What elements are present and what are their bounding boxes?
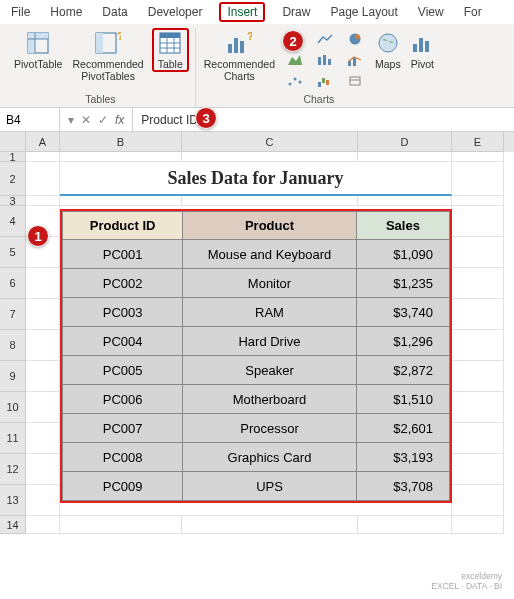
cell[interactable] bbox=[452, 330, 504, 361]
cell[interactable] bbox=[26, 454, 60, 485]
table-cell[interactable]: $1,235 bbox=[356, 269, 449, 298]
menu-file[interactable]: File bbox=[8, 3, 33, 21]
table-cell[interactable]: PC002 bbox=[63, 269, 183, 298]
cell[interactable] bbox=[452, 361, 504, 392]
table-cell[interactable]: RAM bbox=[183, 298, 357, 327]
fx-icon[interactable]: fx bbox=[115, 113, 124, 127]
recommended-charts-button[interactable]: ? Recommended Charts bbox=[202, 28, 277, 82]
funnel-chart-button[interactable] bbox=[343, 72, 367, 90]
table-cell[interactable]: Speaker bbox=[183, 356, 357, 385]
cell[interactable] bbox=[452, 196, 504, 206]
table-cell[interactable]: PC001 bbox=[63, 240, 183, 269]
cell[interactable] bbox=[452, 299, 504, 330]
cell[interactable] bbox=[26, 162, 60, 196]
row-header[interactable]: 3 bbox=[0, 196, 26, 206]
table-cell[interactable]: PC008 bbox=[63, 443, 183, 472]
statistic-chart-button[interactable] bbox=[313, 51, 337, 69]
scatter-chart-button[interactable] bbox=[283, 72, 307, 90]
row-header[interactable]: 6 bbox=[0, 268, 26, 299]
title-cell[interactable]: Sales Data for January bbox=[60, 162, 452, 196]
table-row[interactable]: PC009UPS$3,708 bbox=[63, 472, 450, 501]
cell[interactable] bbox=[452, 237, 504, 268]
table-button[interactable]: Table bbox=[152, 28, 189, 72]
cell[interactable] bbox=[26, 423, 60, 454]
chevron-down-icon[interactable]: ▾ bbox=[68, 113, 74, 127]
row-header[interactable]: 7 bbox=[0, 299, 26, 330]
table-row[interactable]: PC003RAM$3,740 bbox=[63, 298, 450, 327]
table-row[interactable]: PC001Mouse and Keyboard$1,090 bbox=[63, 240, 450, 269]
table-cell[interactable]: PC005 bbox=[63, 356, 183, 385]
table-cell[interactable]: $1,510 bbox=[356, 385, 449, 414]
cell[interactable] bbox=[358, 152, 452, 162]
cell[interactable] bbox=[26, 152, 60, 162]
menu-formulas[interactable]: For bbox=[461, 3, 485, 21]
cell[interactable] bbox=[452, 454, 504, 485]
table-cell[interactable]: UPS bbox=[183, 472, 357, 501]
cell[interactable] bbox=[452, 268, 504, 299]
row-header[interactable]: 5 bbox=[0, 237, 26, 268]
pie-chart-button[interactable] bbox=[343, 30, 367, 48]
table-cell[interactable]: PC006 bbox=[63, 385, 183, 414]
table-cell[interactable]: $3,740 bbox=[356, 298, 449, 327]
table-cell[interactable]: $3,193 bbox=[356, 443, 449, 472]
col-header-e[interactable]: E bbox=[452, 132, 504, 152]
col-header-d[interactable]: D bbox=[358, 132, 452, 152]
cell[interactable] bbox=[26, 299, 60, 330]
col-header-c[interactable]: C bbox=[182, 132, 358, 152]
row-header[interactable]: 4 bbox=[0, 206, 26, 237]
table-cell[interactable]: PC003 bbox=[63, 298, 183, 327]
cell[interactable] bbox=[26, 196, 60, 206]
header-sales[interactable]: Sales bbox=[356, 212, 449, 240]
cell[interactable] bbox=[452, 152, 504, 162]
table-row[interactable]: PC002Monitor$1,235 bbox=[63, 269, 450, 298]
cell[interactable] bbox=[26, 485, 60, 516]
row-header[interactable]: 13 bbox=[0, 485, 26, 516]
table-cell[interactable]: PC004 bbox=[63, 327, 183, 356]
row-header[interactable]: 12 bbox=[0, 454, 26, 485]
row-header[interactable]: 8 bbox=[0, 330, 26, 361]
col-header-b[interactable]: B bbox=[60, 132, 182, 152]
table-cell[interactable]: $3,708 bbox=[356, 472, 449, 501]
cell[interactable] bbox=[26, 268, 60, 299]
row-header[interactable]: 2 bbox=[0, 162, 26, 196]
row-header[interactable]: 9 bbox=[0, 361, 26, 392]
line-chart-button[interactable] bbox=[313, 30, 337, 48]
table-cell[interactable]: $2,601 bbox=[356, 414, 449, 443]
menu-page-layout[interactable]: Page Layout bbox=[327, 3, 400, 21]
header-product-id[interactable]: Product ID bbox=[63, 212, 183, 240]
cell[interactable] bbox=[60, 152, 182, 162]
cell[interactable] bbox=[60, 516, 182, 534]
menu-data[interactable]: Data bbox=[99, 3, 130, 21]
menu-view[interactable]: View bbox=[415, 3, 447, 21]
pivottable-button[interactable]: PivotTable bbox=[12, 28, 64, 70]
cell[interactable] bbox=[452, 162, 504, 196]
table-row[interactable]: PC004Hard Drive$1,296 bbox=[63, 327, 450, 356]
cell[interactable] bbox=[452, 206, 504, 237]
cell[interactable] bbox=[358, 196, 452, 206]
cell[interactable] bbox=[182, 152, 358, 162]
col-header-a[interactable]: A bbox=[26, 132, 60, 152]
name-box[interactable]: B4 bbox=[0, 108, 60, 131]
pivotchart-button[interactable]: Pivot bbox=[409, 28, 436, 70]
maps-button[interactable]: Maps bbox=[373, 28, 403, 70]
cell[interactable] bbox=[182, 196, 358, 206]
table-row[interactable]: PC007Processor$2,601 bbox=[63, 414, 450, 443]
table-cell[interactable]: Monitor bbox=[183, 269, 357, 298]
table-row[interactable]: PC006Motherboard$1,510 bbox=[63, 385, 450, 414]
row-header[interactable]: 1 bbox=[0, 152, 26, 162]
hierarchy-chart-button[interactable] bbox=[283, 51, 307, 69]
header-product[interactable]: Product bbox=[183, 212, 357, 240]
sales-data-table[interactable]: Product ID Product Sales PC001Mouse and … bbox=[60, 209, 452, 503]
menu-insert[interactable]: Insert bbox=[219, 2, 265, 22]
cell[interactable] bbox=[358, 516, 452, 534]
table-cell[interactable]: PC009 bbox=[63, 472, 183, 501]
table-cell[interactable]: $2,872 bbox=[356, 356, 449, 385]
cancel-icon[interactable]: ✕ bbox=[81, 113, 91, 127]
cell[interactable] bbox=[26, 330, 60, 361]
table-row[interactable]: PC005Speaker$2,872 bbox=[63, 356, 450, 385]
cell[interactable] bbox=[452, 423, 504, 454]
cell[interactable] bbox=[26, 392, 60, 423]
cell[interactable] bbox=[60, 196, 182, 206]
formula-input[interactable]: Product ID bbox=[133, 108, 514, 131]
row-header[interactable]: 11 bbox=[0, 423, 26, 454]
